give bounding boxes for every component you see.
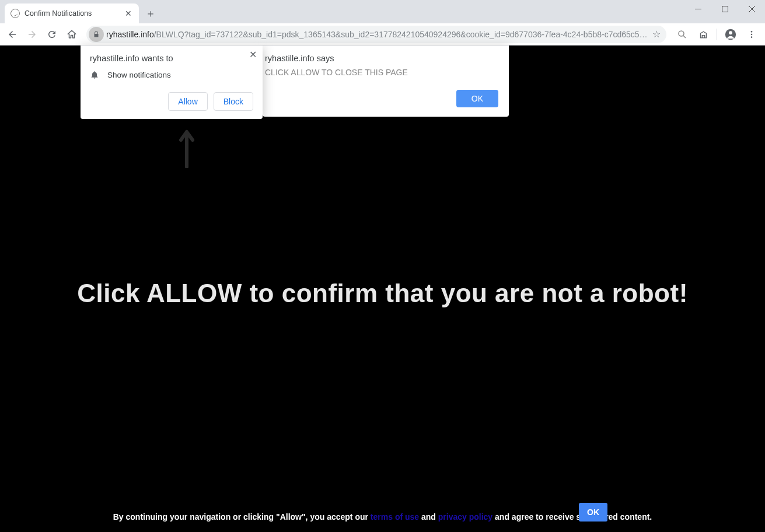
permission-request-text: Show notifications (107, 71, 171, 79)
bookmark-star-icon[interactable]: ☆ (652, 29, 661, 40)
address-bar[interactable]: ryhastille.info/BLWLQ?tag_id=737122&sub_… (86, 26, 666, 43)
privacy-policy-link[interactable]: privacy policy (438, 512, 492, 522)
tab-title: Confirm Notifications (25, 9, 124, 18)
alert-ok-button[interactable]: OK (456, 90, 498, 107)
home-button[interactable] (63, 26, 81, 43)
arrow-graphic (175, 121, 198, 168)
url-text: ryhastille.info/BLWLQ?tag_id=737122&sub_… (106, 30, 649, 39)
page-ok-button[interactable]: OK (579, 503, 607, 522)
permission-title: ryhastille.info wants to (90, 54, 253, 63)
svg-point-9 (751, 33, 753, 35)
alert-body: CLICK ALLOW TO CLOSE THIS PAGE (265, 68, 498, 77)
svg-rect-1 (722, 6, 728, 12)
notification-permission-prompt: ✕ ryhastille.info wants to Show notifica… (81, 46, 263, 119)
forward-button[interactable] (23, 26, 41, 43)
separator (717, 29, 717, 40)
maximize-button[interactable] (711, 0, 738, 18)
footer-text-post: and agree to receive sponsored content. (492, 512, 652, 522)
globe-icon (11, 9, 20, 18)
zoom-icon[interactable] (672, 26, 692, 43)
lock-icon[interactable] (89, 27, 104, 42)
svg-point-7 (729, 31, 732, 34)
window-controls (684, 0, 765, 18)
svg-point-4 (679, 31, 684, 36)
back-button[interactable] (4, 26, 21, 43)
window-close-button[interactable] (738, 0, 765, 18)
url-domain: ryhastille.info (106, 30, 154, 39)
close-icon[interactable]: ✕ (249, 49, 257, 60)
page-headline: Click ALLOW to confirm that you are not … (0, 279, 765, 308)
footer-text-pre: By continuing your navigation or clickin… (113, 512, 371, 522)
allow-button[interactable]: Allow (168, 92, 207, 111)
extension-icon[interactable] (693, 26, 713, 43)
svg-point-8 (751, 31, 753, 33)
url-path: /BLWLQ?tag_id=737122&sub_id1=pdsk_136514… (154, 30, 649, 39)
svg-point-10 (751, 36, 753, 38)
bell-icon (90, 70, 99, 79)
block-button[interactable]: Block (214, 92, 253, 111)
js-alert-dialog: ryhastille.info says CLICK ALLOW TO CLOS… (263, 46, 509, 117)
minimize-button[interactable] (684, 0, 711, 18)
terms-of-use-link[interactable]: terms of use (371, 512, 419, 522)
footer-and: and (419, 512, 438, 522)
browser-toolbar: ryhastille.info/BLWLQ?tag_id=737122&sub_… (0, 23, 765, 46)
profile-icon[interactable] (721, 26, 740, 43)
menu-icon[interactable] (742, 26, 761, 43)
toolbar-right (672, 26, 761, 43)
new-tab-button[interactable]: ＋ (142, 5, 159, 22)
browser-tabstrip: Confirm Notifications ✕ ＋ (0, 0, 765, 23)
reload-button[interactable] (43, 26, 61, 43)
alert-title: ryhastille.info says (265, 54, 498, 63)
svg-line-5 (683, 36, 686, 38)
browser-tab[interactable]: Confirm Notifications ✕ (5, 4, 139, 23)
close-tab-button[interactable]: ✕ (124, 9, 133, 18)
page-footer: By continuing your navigation or clickin… (0, 512, 765, 522)
